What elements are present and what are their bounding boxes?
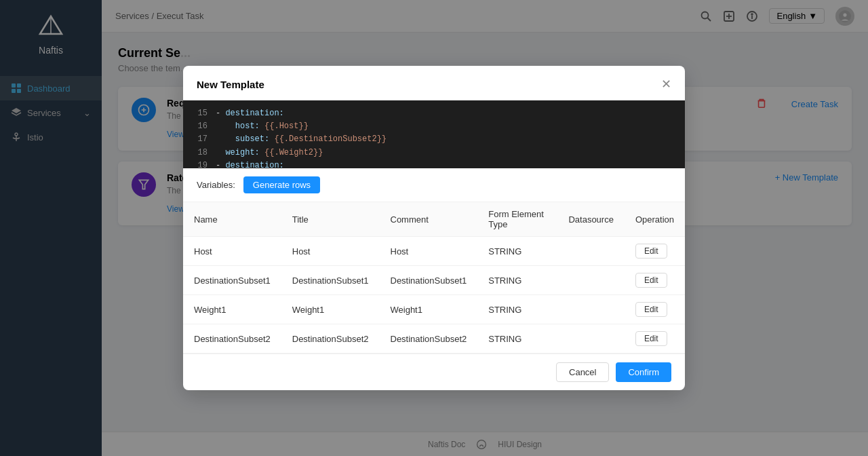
row-comment: Host: [380, 237, 478, 266]
row-comment: Weight1: [380, 295, 478, 324]
row-type: STRING: [477, 266, 557, 295]
row-name: Host: [183, 237, 281, 266]
row-operation: Edit: [625, 266, 685, 295]
row-type: STRING: [477, 324, 557, 354]
modal-body: 15 - destination: 16 host: {{.Host}} 17 …: [183, 100, 685, 354]
row-datasource: [557, 237, 624, 266]
modal-close-button[interactable]: ✕: [661, 77, 671, 92]
code-line-19: 19 - destination:: [194, 159, 674, 168]
row-operation: Edit: [625, 295, 685, 324]
variables-label: Variables:: [197, 180, 235, 190]
row-name: DestinationSubset2: [183, 324, 281, 354]
table-row: DestinationSubset2 DestinationSubset2 De…: [183, 324, 685, 354]
confirm-button[interactable]: Confirm: [616, 362, 671, 382]
code-line-16: 16 host: {{.Host}}: [194, 120, 674, 133]
code-editor[interactable]: 15 - destination: 16 host: {{.Host}} 17 …: [183, 100, 685, 168]
row-name: DestinationSubset1: [183, 266, 281, 295]
modal-overlay: New Template ✕ 15 - destination: 16 host…: [0, 0, 868, 456]
row-comment: DestinationSubset2: [380, 324, 478, 354]
row-comment: DestinationSubset1: [380, 266, 478, 295]
cancel-button[interactable]: Cancel: [556, 362, 609, 382]
col-comment: Comment: [380, 202, 478, 237]
new-template-modal: New Template ✕ 15 - destination: 16 host…: [183, 66, 685, 390]
row-title: Weight1: [281, 295, 380, 324]
row-title: DestinationSubset2: [281, 324, 380, 354]
modal-footer: Cancel Confirm: [183, 354, 685, 390]
row-operation: Edit: [625, 237, 685, 266]
col-operation: Operation: [625, 202, 685, 237]
col-title: Title: [281, 202, 380, 237]
edit-button-weight1[interactable]: Edit: [635, 302, 667, 317]
col-name: Name: [183, 202, 281, 237]
variables-table: Name Title Comment Form Element Type Dat…: [183, 202, 685, 354]
modal-header: New Template ✕: [183, 66, 685, 100]
row-title: Host: [281, 237, 380, 266]
code-line-18: 18 weight: {{.Weight2}}: [194, 147, 674, 159]
row-type: STRING: [477, 295, 557, 324]
row-datasource: [557, 324, 624, 354]
row-type: STRING: [477, 237, 557, 266]
code-line-17: 17 subset: {{.DestinationSubset2}}: [194, 133, 674, 146]
variables-table-wrap: Name Title Comment Form Element Type Dat…: [183, 202, 685, 354]
col-datasource: Datasource: [557, 202, 624, 237]
edit-button-host[interactable]: Edit: [635, 244, 667, 259]
row-datasource: [557, 295, 624, 324]
col-form-element-type: Form Element Type: [477, 202, 557, 237]
modal-title: New Template: [197, 79, 264, 90]
row-name: Weight1: [183, 295, 281, 324]
generate-rows-button[interactable]: Generate rows: [243, 176, 320, 193]
row-operation: Edit: [625, 324, 685, 354]
edit-button-destsubset1[interactable]: Edit: [635, 273, 667, 288]
table-row: Weight1 Weight1 Weight1 STRING Edit: [183, 295, 685, 324]
code-line-15: 15 - destination:: [194, 107, 674, 120]
row-datasource: [557, 266, 624, 295]
edit-button-destsubset2[interactable]: Edit: [635, 331, 667, 346]
table-row: DestinationSubset1 DestinationSubset1 De…: [183, 266, 685, 295]
table-row: Host Host Host STRING Edit: [183, 237, 685, 266]
row-title: DestinationSubset1: [281, 266, 380, 295]
variables-bar: Variables: Generate rows: [183, 168, 685, 202]
